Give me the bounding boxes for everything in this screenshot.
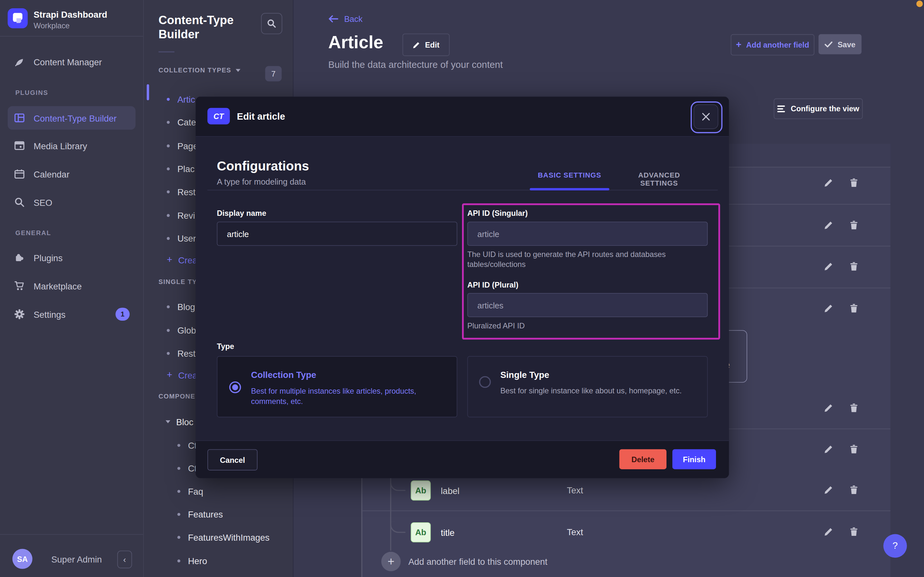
question-mark-icon: ? [892,541,898,551]
back-arrow-icon [328,15,339,23]
delete-field-icon[interactable] [849,262,858,271]
main-sidebar: Strapi Dashboard Workplace Content Manag… [0,0,144,577]
sidebar-item-calendar[interactable]: Calendar [14,162,69,185]
collection-type-card[interactable]: Collection Type Best for multiple instan… [217,356,458,417]
tree-elbow [390,480,405,491]
tab-advanced-settings[interactable]: ADVANCED SETTINGS [619,171,699,187]
sidebar-item-article[interactable]: Artic [167,93,195,105]
finish-button[interactable]: Finish [672,449,716,469]
edit-field-icon[interactable] [824,178,833,187]
bullet-icon [167,351,170,355]
app-window: Back Article Edit Build the data archite… [0,0,924,577]
row-actions [824,485,858,494]
edit-field-icon[interactable] [824,262,833,271]
radio-single-type[interactable] [479,376,491,388]
bullet-icon [167,214,170,216]
sidebar-item-content-manager[interactable]: Content Manager [14,50,102,74]
component-item-faq[interactable]: Faq [177,485,203,497]
settings-notification-badge: 1 [116,308,130,321]
sidebar-item-blog[interactable]: Blog [167,301,195,313]
collection-types-label: COLLECTION TYPES [159,66,231,74]
display-name-input[interactable] [217,222,458,246]
check-icon [824,41,833,47]
edit-field-icon[interactable] [824,221,833,230]
plus-icon: + [167,255,172,265]
sidebar-item-category[interactable]: Cate [167,116,196,128]
bullet-icon [167,167,170,170]
collection-type-desc: comments, etc. [251,396,303,406]
sidebar-item-place[interactable]: Plac [167,163,194,175]
row-actions [824,262,858,271]
single-types-header[interactable]: SINGLE TY [159,278,197,285]
sidebar-item-content-type-builder[interactable]: Content-Type Builder [14,106,117,130]
sidebar-item-review[interactable]: Revi [167,210,195,221]
delete-field-icon[interactable] [849,445,858,454]
collection-types-header[interactable]: COLLECTION TYPES [159,66,241,74]
delete-field-icon[interactable] [849,403,858,413]
delete-field-icon[interactable] [849,485,858,494]
page-title: Article [328,32,383,52]
save-button[interactable]: Save [818,34,861,54]
plus-icon: + [736,40,741,50]
modal-footer: Cancel Delete Finish [196,440,729,478]
row-actions [824,304,858,313]
single-types-label: SINGLE TY [159,278,197,285]
edit-field-icon[interactable] [824,527,833,537]
edit-field-icon[interactable] [824,304,833,313]
delete-field-icon[interactable] [849,221,858,230]
table-row[interactable]: Ab label [411,480,460,500]
delete-button[interactable]: Delete [619,449,667,469]
configure-view-button[interactable]: Configure the view [774,98,863,119]
bullet-icon [167,190,170,193]
component-item[interactable]: Ct [177,439,197,451]
component-item-featureswithimages[interactable]: FeaturesWithImages [177,531,270,543]
bullet-icon [177,467,180,470]
component-item-features[interactable]: Features [177,508,223,520]
sidebar-item-settings[interactable]: Settings [14,302,66,326]
delete-field-icon[interactable] [849,304,858,313]
edit-field-icon[interactable] [824,445,833,454]
sidebar-item-media-library[interactable]: Media Library [14,134,87,157]
edit-field-icon[interactable] [824,485,833,494]
feather-pen-icon [14,56,25,67]
close-button[interactable] [694,104,718,129]
sidebar-item-page[interactable]: Page [167,140,198,152]
row-actions [824,221,858,230]
search-button[interactable] [261,13,282,34]
tab-basic-settings[interactable]: BASIC SETTINGS [530,171,609,179]
sidebar-item-user[interactable]: User [167,232,196,244]
add-field-to-component-button[interactable]: + Add another field to this component [381,552,548,571]
back-link[interactable]: Back [328,14,363,24]
panel-scrollbar[interactable] [146,84,149,100]
edit-field-icon[interactable] [824,403,833,413]
table-row[interactable]: Ab title [411,522,455,542]
component-item[interactable]: Ct [177,462,197,474]
delete-field-icon[interactable] [849,178,858,187]
row-actions [824,527,858,537]
field-name: title [441,527,455,537]
bullet-icon [177,559,180,562]
sidebar-item-plugins[interactable]: Plugins [14,246,63,269]
sidebar-item-restaurant[interactable]: Rest [167,185,196,197]
edit-button[interactable]: Edit [403,34,450,56]
single-type-card[interactable]: Single Type Best for single instance lik… [467,356,708,417]
component-group-blocks[interactable]: Bloc [166,416,193,427]
delete-field-icon[interactable] [849,527,858,537]
sidebar-item-restaurant-page[interactable]: Rest [167,347,196,359]
help-button[interactable]: ? [884,534,907,558]
create-collection-type-link[interactable]: +Creat [167,254,200,266]
add-another-field-button[interactable]: + Add another field [731,34,815,55]
bullet-icon [167,121,170,124]
cancel-button[interactable]: Cancel [207,449,257,471]
radio-collection-type[interactable] [229,382,241,393]
sidebar-item-marketplace[interactable]: Marketplace [14,274,82,298]
calendar-icon [14,169,25,179]
component-item-hero[interactable]: Hero [177,555,207,567]
active-tab-indicator [530,188,609,190]
sidebar-item-global[interactable]: Glob [167,324,196,336]
chevron-left-icon: ‹ [123,555,126,564]
collapse-sidebar-button[interactable]: ‹ [117,551,132,568]
avatar[interactable]: SA [12,549,32,569]
sidebar-item-seo[interactable]: SEO [14,190,52,214]
components-header[interactable]: COMPONE [159,393,195,400]
